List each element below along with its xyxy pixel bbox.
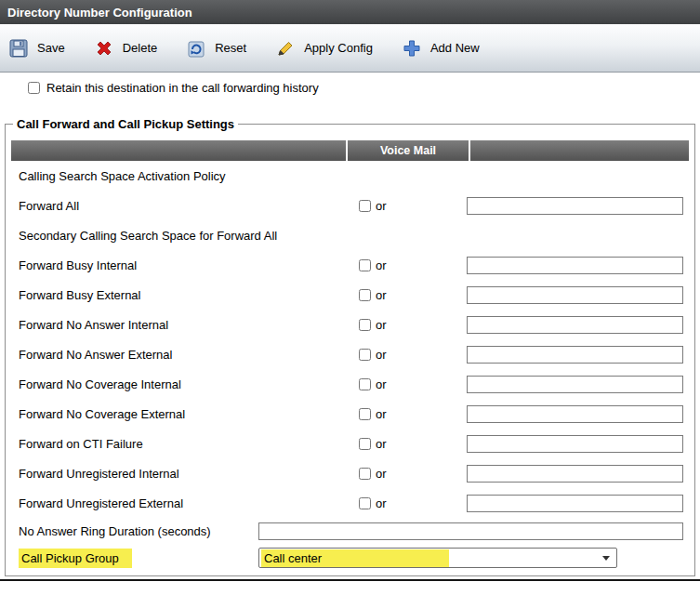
forward-no-answer-internal-voicemail-checkbox[interactable] (359, 319, 371, 331)
add-new-button[interactable]: Add New (401, 37, 480, 60)
forward-no-coverage-external-destination-input[interactable] (467, 405, 683, 423)
table-row: Forward Busy External or (11, 280, 689, 310)
chevron-down-icon (602, 556, 610, 561)
call-pickup-group-selected-value: Call center (261, 549, 449, 567)
call-pickup-group-labelcell: Call Pickup Group (11, 549, 258, 568)
table-row: Forward Unregistered Internal or (11, 458, 689, 488)
forward-on-cti-failure-destination-input[interactable] (467, 435, 683, 453)
destination-cell (467, 346, 689, 364)
row-label-forward-unregistered-external: Forward Unregistered External (11, 496, 344, 510)
row-label-forward-busy-internal: Forward Busy Internal (11, 258, 344, 272)
forward-unregistered-external-voicemail-checkbox[interactable] (359, 497, 371, 509)
no-answer-ring-duration-cell (258, 522, 689, 540)
or-label: or (376, 496, 387, 510)
add-new-button-label: Add New (430, 41, 480, 55)
title-bar: Directory Number Configuration (0, 0, 700, 24)
forward-all-voicemail-checkbox[interactable] (359, 200, 371, 212)
forward-unregistered-external-destination-input[interactable] (467, 495, 683, 512)
destination-cell (467, 405, 689, 423)
voicemail-cell: or (344, 467, 467, 481)
forward-no-answer-external-destination-input[interactable] (467, 346, 683, 364)
forward-busy-external-destination-input[interactable] (467, 286, 683, 304)
apply-config-button[interactable]: Apply Config (274, 37, 373, 60)
forward-no-coverage-internal-voicemail-checkbox[interactable] (359, 378, 371, 390)
forward-on-cti-failure-voicemail-checkbox[interactable] (359, 438, 371, 450)
voicemail-cell: or (344, 258, 467, 272)
or-label: or (376, 407, 387, 421)
retain-history-row: Retain this destination in the call forw… (28, 81, 700, 95)
voicemail-cell: or (344, 437, 467, 451)
forward-no-answer-internal-destination-input[interactable] (467, 316, 683, 334)
reset-icon (185, 37, 207, 60)
or-label: or (376, 437, 387, 451)
section-bottom-divider (0, 579, 700, 581)
page-title: Directory Number Configuration (7, 6, 192, 20)
header-spacer-right (470, 140, 689, 161)
or-label: or (376, 348, 387, 362)
forward-unregistered-internal-voicemail-checkbox[interactable] (359, 468, 371, 480)
call-pickup-group-select[interactable]: Call center (258, 548, 617, 568)
table-row: Forward Unregistered External or (11, 488, 689, 518)
destination-cell (467, 197, 689, 215)
table-row: Forward No Answer Internal or (11, 310, 689, 339)
delete-button-label: Delete (123, 41, 158, 55)
row-label-forward-no-answer-external: Forward No Answer External (11, 348, 344, 362)
header-spacer-left (11, 140, 346, 161)
forward-no-coverage-external-voicemail-checkbox[interactable] (359, 408, 371, 420)
voicemail-cell: or (344, 318, 467, 332)
forward-busy-internal-voicemail-checkbox[interactable] (359, 259, 371, 271)
call-forward-pickup-section: Call Forward and Call Pickup Settings Vo… (5, 117, 695, 576)
table-row: Forward Busy Internal or (11, 250, 689, 280)
or-label: or (376, 318, 387, 332)
row-label-forward-no-answer-internal: Forward No Answer Internal (11, 318, 344, 332)
delete-button[interactable]: Delete (93, 37, 158, 60)
forward-unregistered-internal-destination-input[interactable] (467, 465, 683, 483)
section-legend: Call Forward and Call Pickup Settings (13, 117, 238, 131)
destination-cell (467, 465, 689, 483)
table-row: Forward No Coverage Internal or (11, 369, 689, 399)
voicemail-cell: or (344, 199, 467, 213)
destination-cell (467, 286, 689, 304)
retain-history-label: Retain this destination in the call forw… (46, 81, 319, 95)
or-label: or (376, 377, 387, 391)
table-row: Calling Search Space Activation Policy (11, 161, 689, 191)
voicemail-cell: or (344, 288, 467, 302)
destination-cell (467, 495, 689, 512)
destination-cell (467, 376, 689, 393)
apply-config-button-label: Apply Config (304, 41, 373, 55)
save-icon (7, 37, 30, 60)
save-button-label: Save (37, 41, 65, 55)
forward-busy-internal-destination-input[interactable] (467, 257, 683, 274)
destination-cell (467, 257, 689, 274)
forward-no-answer-external-voicemail-checkbox[interactable] (359, 349, 371, 361)
voice-mail-column-header: Voice Mail (348, 140, 469, 161)
no-answer-ring-duration-label: No Answer Ring Duration (seconds) (11, 524, 258, 538)
no-answer-ring-duration-input[interactable] (258, 522, 683, 540)
destination-cell (467, 316, 689, 334)
row-label-forward-all: Forward All (11, 199, 344, 213)
toolbar: Save Delete Reset Apply Config (0, 24, 700, 73)
voicemail-cell: or (344, 348, 467, 362)
row-label-secondary-css-forward-all: Secondary Calling Search Space for Forwa… (11, 229, 344, 243)
or-label: or (376, 467, 387, 481)
forward-all-destination-input[interactable] (467, 197, 683, 215)
row-label-css-activation-policy: Calling Search Space Activation Policy (11, 169, 344, 183)
or-label: or (376, 258, 387, 272)
forward-no-coverage-internal-destination-input[interactable] (467, 376, 683, 393)
row-label-forward-busy-external: Forward Busy External (11, 288, 344, 302)
table-row: Secondary Calling Search Space for Forwa… (11, 220, 689, 250)
or-label: or (376, 199, 387, 213)
call-pickup-group-row: Call Pickup Group Call center (11, 544, 689, 572)
table-row: Forward No Answer External or (11, 339, 689, 369)
table-row: Forward All or (11, 191, 689, 220)
row-label-forward-unregistered-internal: Forward Unregistered Internal (11, 467, 344, 481)
add-new-icon (401, 37, 423, 60)
destination-cell (467, 435, 689, 453)
reset-button[interactable]: Reset (185, 37, 246, 60)
retain-history-checkbox[interactable] (28, 82, 40, 94)
forward-busy-external-voicemail-checkbox[interactable] (359, 289, 371, 301)
table-row: Forward No Coverage External or (11, 399, 689, 429)
or-label: or (376, 288, 387, 302)
row-label-forward-on-cti-failure: Forward on CTI Failure (11, 437, 344, 451)
save-button[interactable]: Save (7, 37, 65, 60)
